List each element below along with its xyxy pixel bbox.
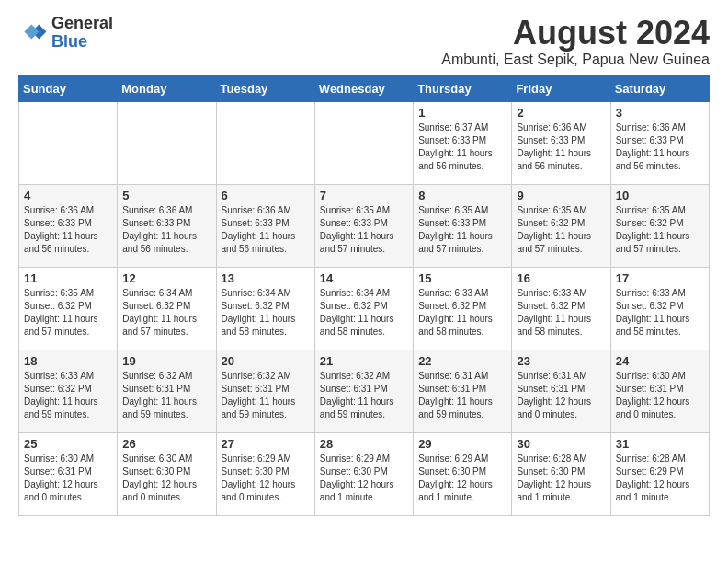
day-cell: 19Sunrise: 6:32 AM Sunset: 6:31 PM Dayli… (118, 350, 216, 432)
week-row-5: 25Sunrise: 6:30 AM Sunset: 6:31 PM Dayli… (19, 432, 710, 515)
week-row-3: 11Sunrise: 6:35 AM Sunset: 6:32 PM Dayli… (19, 267, 710, 350)
day-number: 5 (122, 189, 210, 202)
day-number: 14 (320, 271, 408, 285)
day-cell: 17Sunrise: 6:33 AM Sunset: 6:32 PM Dayli… (610, 267, 709, 350)
logo-blue-text: Blue (51, 33, 113, 52)
week-row-1: 1Sunrise: 6:37 AM Sunset: 6:33 PM Daylig… (19, 101, 710, 184)
day-info: Sunrise: 6:33 AM Sunset: 6:32 PM Dayligh… (24, 370, 112, 421)
day-cell: 2Sunrise: 6:36 AM Sunset: 6:33 PM Daylig… (512, 101, 610, 184)
day-number: 4 (24, 189, 112, 202)
day-number: 19 (122, 354, 210, 368)
day-cell (19, 101, 118, 184)
day-cell: 16Sunrise: 6:33 AM Sunset: 6:32 PM Dayli… (512, 267, 610, 350)
header-friday: Friday (512, 75, 610, 101)
day-cell: 3Sunrise: 6:36 AM Sunset: 6:33 PM Daylig… (610, 101, 709, 184)
day-number: 3 (616, 106, 704, 120)
day-info: Sunrise: 6:35 AM Sunset: 6:33 PM Dayligh… (418, 204, 506, 256)
day-info: Sunrise: 6:36 AM Sunset: 6:33 PM Dayligh… (122, 204, 210, 256)
day-info: Sunrise: 6:36 AM Sunset: 6:33 PM Dayligh… (24, 204, 112, 256)
day-number: 15 (418, 271, 506, 285)
day-number: 21 (320, 354, 408, 368)
day-info: Sunrise: 6:36 AM Sunset: 6:33 PM Dayligh… (222, 204, 310, 256)
day-number: 20 (222, 354, 310, 368)
day-cell: 12Sunrise: 6:34 AM Sunset: 6:32 PM Dayli… (118, 267, 216, 350)
day-cell: 30Sunrise: 6:28 AM Sunset: 6:30 PM Dayli… (512, 432, 610, 515)
day-info: Sunrise: 6:32 AM Sunset: 6:31 PM Dayligh… (122, 370, 210, 421)
day-number: 17 (616, 271, 704, 285)
day-cell: 20Sunrise: 6:32 AM Sunset: 6:31 PM Dayli… (216, 350, 314, 432)
day-number: 10 (616, 189, 704, 202)
day-cell: 21Sunrise: 6:32 AM Sunset: 6:31 PM Dayli… (314, 350, 413, 432)
day-info: Sunrise: 6:34 AM Sunset: 6:32 PM Dayligh… (222, 287, 310, 339)
header-tuesday: Tuesday (216, 75, 314, 101)
day-cell: 5Sunrise: 6:36 AM Sunset: 6:33 PM Daylig… (118, 184, 216, 267)
day-number: 31 (616, 437, 704, 451)
header-thursday: Thursday (414, 75, 512, 101)
header-sunday: Sunday (19, 75, 118, 101)
day-info: Sunrise: 6:37 AM Sunset: 6:33 PM Dayligh… (418, 121, 506, 173)
day-number: 18 (24, 354, 112, 368)
day-cell: 28Sunrise: 6:29 AM Sunset: 6:30 PM Dayli… (314, 432, 413, 515)
logo-icon (18, 18, 48, 48)
day-info: Sunrise: 6:31 AM Sunset: 6:31 PM Dayligh… (517, 370, 605, 421)
day-cell: 18Sunrise: 6:33 AM Sunset: 6:32 PM Dayli… (19, 350, 118, 432)
title-block: August 2024 Ambunti, East Sepik, Papua N… (441, 15, 710, 68)
day-info: Sunrise: 6:33 AM Sunset: 6:32 PM Dayligh… (616, 287, 704, 339)
header-wednesday: Wednesday (314, 75, 413, 101)
day-info: Sunrise: 6:35 AM Sunset: 6:32 PM Dayligh… (24, 287, 112, 339)
week-row-4: 18Sunrise: 6:33 AM Sunset: 6:32 PM Dayli… (19, 350, 710, 432)
day-number: 1 (418, 106, 506, 120)
day-cell: 9Sunrise: 6:35 AM Sunset: 6:32 PM Daylig… (512, 184, 610, 267)
day-number: 27 (222, 437, 310, 451)
day-cell: 22Sunrise: 6:31 AM Sunset: 6:31 PM Dayli… (414, 350, 512, 432)
day-number: 30 (517, 437, 605, 451)
day-info: Sunrise: 6:29 AM Sunset: 6:30 PM Dayligh… (418, 453, 506, 504)
day-number: 9 (517, 189, 605, 202)
day-info: Sunrise: 6:35 AM Sunset: 6:33 PM Dayligh… (320, 204, 408, 256)
day-number: 22 (418, 354, 506, 368)
day-cell: 1Sunrise: 6:37 AM Sunset: 6:33 PM Daylig… (414, 101, 512, 184)
logo: General Blue (18, 15, 113, 52)
day-cell: 6Sunrise: 6:36 AM Sunset: 6:33 PM Daylig… (216, 184, 314, 267)
day-cell: 7Sunrise: 6:35 AM Sunset: 6:33 PM Daylig… (314, 184, 413, 267)
day-info: Sunrise: 6:28 AM Sunset: 6:30 PM Dayligh… (517, 453, 605, 504)
day-info: Sunrise: 6:28 AM Sunset: 6:29 PM Dayligh… (616, 453, 704, 504)
day-number: 29 (418, 437, 506, 451)
day-number: 12 (122, 271, 210, 285)
header-monday: Monday (118, 75, 216, 101)
calendar-subtitle: Ambunti, East Sepik, Papua New Guinea (441, 52, 710, 68)
day-cell: 15Sunrise: 6:33 AM Sunset: 6:32 PM Dayli… (414, 267, 512, 350)
day-cell: 25Sunrise: 6:30 AM Sunset: 6:31 PM Dayli… (19, 432, 118, 515)
day-info: Sunrise: 6:30 AM Sunset: 6:30 PM Dayligh… (122, 453, 210, 504)
day-info: Sunrise: 6:35 AM Sunset: 6:32 PM Dayligh… (517, 204, 605, 256)
day-info: Sunrise: 6:34 AM Sunset: 6:32 PM Dayligh… (320, 287, 408, 339)
day-cell: 4Sunrise: 6:36 AM Sunset: 6:33 PM Daylig… (19, 184, 118, 267)
day-number: 16 (517, 271, 605, 285)
day-cell (314, 101, 413, 184)
day-info: Sunrise: 6:30 AM Sunset: 6:31 PM Dayligh… (24, 453, 112, 504)
day-number: 8 (418, 189, 506, 202)
day-info: Sunrise: 6:29 AM Sunset: 6:30 PM Dayligh… (222, 453, 310, 504)
day-cell: 10Sunrise: 6:35 AM Sunset: 6:32 PM Dayli… (610, 184, 709, 267)
day-number: 25 (24, 437, 112, 451)
day-number: 11 (24, 271, 112, 285)
day-info: Sunrise: 6:33 AM Sunset: 6:32 PM Dayligh… (517, 287, 605, 339)
day-number: 13 (222, 271, 310, 285)
calendar-table: SundayMondayTuesdayWednesdayThursdayFrid… (18, 75, 710, 516)
day-cell: 24Sunrise: 6:30 AM Sunset: 6:31 PM Dayli… (610, 350, 709, 432)
calendar-header-row: SundayMondayTuesdayWednesdayThursdayFrid… (19, 75, 710, 101)
day-info: Sunrise: 6:34 AM Sunset: 6:32 PM Dayligh… (122, 287, 210, 339)
day-info: Sunrise: 6:30 AM Sunset: 6:31 PM Dayligh… (616, 370, 704, 421)
day-cell: 23Sunrise: 6:31 AM Sunset: 6:31 PM Dayli… (512, 350, 610, 432)
calendar-title: August 2024 (441, 15, 710, 52)
day-number: 24 (616, 354, 704, 368)
day-info: Sunrise: 6:36 AM Sunset: 6:33 PM Dayligh… (517, 121, 605, 173)
day-number: 7 (320, 189, 408, 202)
day-info: Sunrise: 6:31 AM Sunset: 6:31 PM Dayligh… (418, 370, 506, 421)
day-number: 2 (517, 106, 605, 120)
day-cell (216, 101, 314, 184)
header-saturday: Saturday (610, 75, 709, 101)
day-cell: 8Sunrise: 6:35 AM Sunset: 6:33 PM Daylig… (414, 184, 512, 267)
week-row-2: 4Sunrise: 6:36 AM Sunset: 6:33 PM Daylig… (19, 184, 710, 267)
page-header: General Blue August 2024 Ambunti, East S… (18, 15, 710, 68)
